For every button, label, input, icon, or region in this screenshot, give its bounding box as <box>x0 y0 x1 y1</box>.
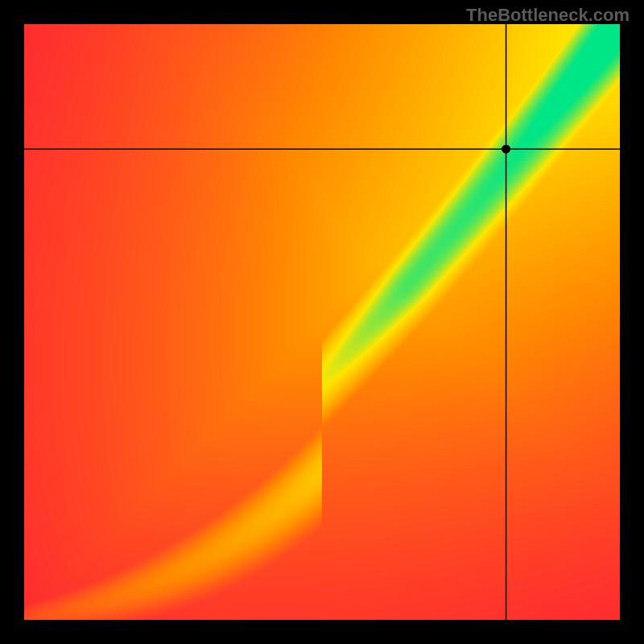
bottleneck-heatmap <box>24 24 620 620</box>
watermark-text: TheBottleneck.com <box>466 5 630 26</box>
heatmap-canvas <box>24 24 620 620</box>
